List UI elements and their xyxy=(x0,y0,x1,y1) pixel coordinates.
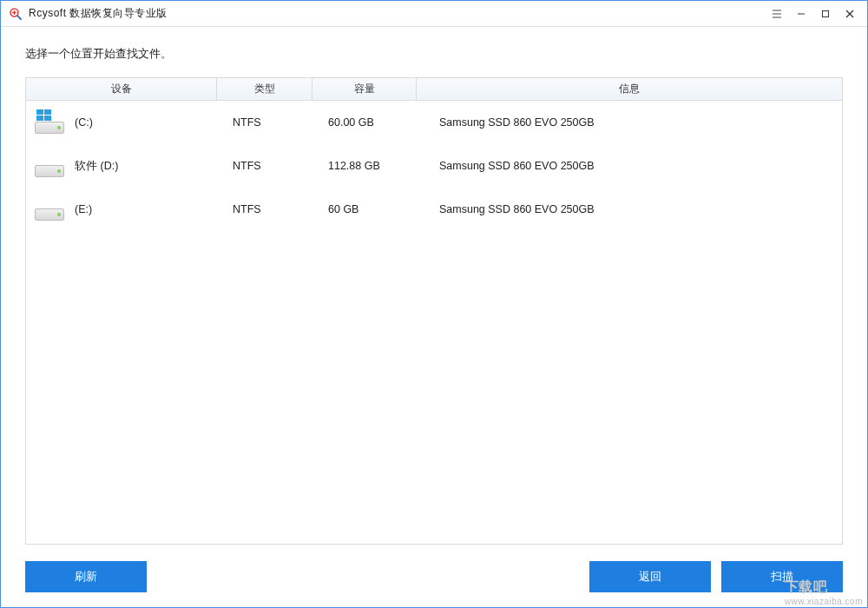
table-body: (C:)NTFS60.00 GBSamsung SSD 860 EVO 250G… xyxy=(26,101,842,544)
drive-icon xyxy=(33,196,66,222)
maximize-button[interactable] xyxy=(813,1,838,27)
scan-button[interactable]: 扫描 xyxy=(721,561,843,592)
svg-line-1 xyxy=(17,15,21,18)
table-row[interactable]: (C:)NTFS60.00 GBSamsung SSD 860 EVO 250G… xyxy=(26,101,842,144)
instruction-text: 选择一个位置开始查找文件。 xyxy=(25,46,843,62)
header-info: 信息 xyxy=(417,78,842,100)
main-content: 选择一个位置开始查找文件。 设备 类型 容量 信息 (C:)NTFS60.00 … xyxy=(1,27,867,555)
svg-rect-8 xyxy=(823,10,829,17)
drive-size: 60 GB xyxy=(312,203,417,215)
system-drive-icon xyxy=(33,109,66,135)
drive-label: (C:) xyxy=(75,116,93,129)
drive-label: 软件 (D:) xyxy=(75,159,118,174)
drive-type: NTFS xyxy=(217,160,312,172)
drive-size: 60.00 GB xyxy=(312,116,417,129)
drive-size: 112.88 GB xyxy=(312,160,417,172)
back-button[interactable]: 返回 xyxy=(589,561,711,592)
drive-info: Samsung SSD 860 EVO 250GB xyxy=(417,116,842,129)
app-logo-icon xyxy=(8,6,23,22)
drive-table: 设备 类型 容量 信息 (C:)NTFS60.00 GBSamsung SSD … xyxy=(25,77,843,545)
table-row[interactable]: (E:)NTFS60 GBSamsung SSD 860 EVO 250GB xyxy=(26,188,842,231)
footer-bar: 刷新 返回 扫描 xyxy=(1,555,867,607)
table-header: 设备 类型 容量 信息 xyxy=(26,78,842,101)
header-size: 容量 xyxy=(312,78,417,100)
drive-info: Samsung SSD 860 EVO 250GB xyxy=(417,203,842,215)
close-button[interactable] xyxy=(838,1,862,27)
menu-button[interactable] xyxy=(765,1,789,27)
title-bar: Rcysoft 数据恢复向导专业版 xyxy=(1,1,867,27)
drive-label: (E:) xyxy=(75,203,92,215)
header-type: 类型 xyxy=(217,78,312,100)
drive-info: Samsung SSD 860 EVO 250GB xyxy=(417,160,842,172)
drive-type: NTFS xyxy=(217,203,312,215)
drive-type: NTFS xyxy=(217,116,312,129)
minimize-button[interactable] xyxy=(789,1,813,27)
header-device: 设备 xyxy=(26,78,217,100)
drive-icon xyxy=(33,153,66,179)
refresh-button[interactable]: 刷新 xyxy=(25,561,147,592)
table-row[interactable]: 软件 (D:)NTFS112.88 GBSamsung SSD 860 EVO … xyxy=(26,144,842,188)
window-title: Rcysoft 数据恢复向导专业版 xyxy=(29,6,168,21)
